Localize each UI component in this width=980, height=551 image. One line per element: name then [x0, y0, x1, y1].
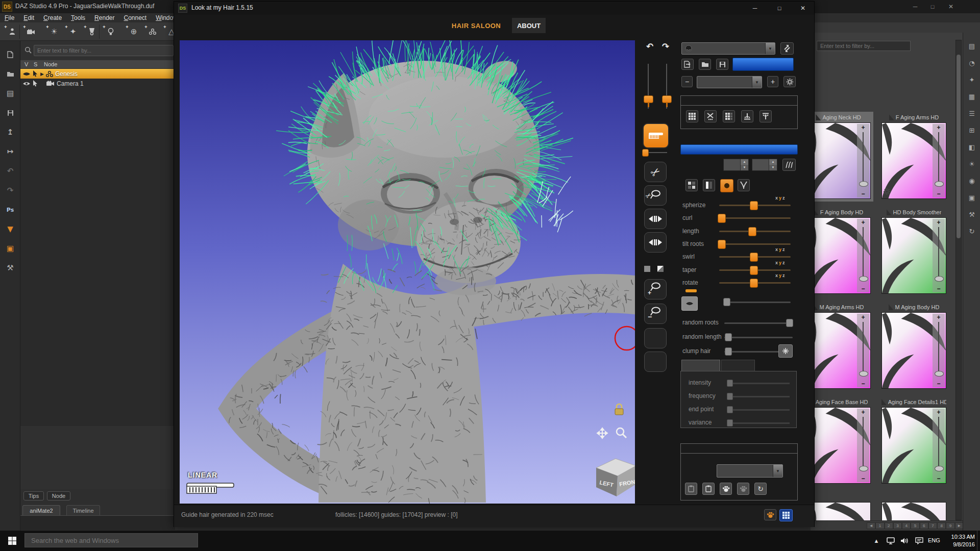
tab-frizz-roots[interactable] [681, 360, 720, 371]
tile-slider[interactable]: + − [933, 314, 945, 387]
random-length-slider-thumb[interactable] [725, 333, 732, 341]
tile-slider-plus[interactable]: + [857, 219, 869, 226]
scissors-tool-button[interactable]: ✂ [644, 162, 667, 182]
density-slider-track[interactable] [724, 302, 791, 303]
tab-frizz-tips[interactable] [721, 360, 755, 371]
axis-x[interactable]: x [775, 195, 779, 201]
hair-color-swatch[interactable] [685, 289, 697, 292]
lamh-minimize-button[interactable]: ─ [747, 3, 763, 13]
page-button[interactable]: 7 [928, 522, 937, 529]
tab-about[interactable]: ABOUT [512, 18, 546, 33]
copy-map-button[interactable] [702, 483, 715, 495]
length-spinner[interactable]: ▲ ▼ [723, 159, 749, 171]
menu-edit[interactable]: Edit [19, 13, 39, 22]
library-tile[interactable]: + − [811, 407, 871, 484]
menu-render[interactable]: Render [90, 13, 119, 22]
tile-slider-plus[interactable]: + [857, 409, 869, 416]
spotlight-icon[interactable]: + [85, 25, 99, 38]
export-hair-button[interactable] [681, 59, 694, 70]
undo-icon[interactable]: ↶ [4, 165, 16, 177]
erase-paw-button[interactable] [737, 483, 749, 495]
scrollbar-thumb[interactable] [957, 55, 961, 238]
density-preview-button[interactable] [681, 296, 698, 311]
scene-tab-tab-icon[interactable]: ✦ [967, 74, 977, 85]
frequency-slider-thumb[interactable] [727, 393, 733, 400]
content-library-tab-icon[interactable]: ▤ [967, 41, 977, 51]
axis-x[interactable]: x [775, 247, 779, 252]
tab-animate2[interactable]: aniMate2 [22, 505, 60, 515]
figure-icon[interactable]: + [5, 25, 19, 38]
follicles-delete-button[interactable] [704, 110, 717, 122]
style-split-button[interactable] [703, 179, 715, 191]
node-button[interactable]: Node [47, 491, 70, 500]
lamh-maximize-button[interactable]: □ [771, 3, 788, 13]
follicles-partial-button[interactable] [723, 110, 735, 122]
comb-tool-button[interactable] [643, 123, 669, 148]
scene-filter-input[interactable] [34, 45, 174, 56]
tile-slider[interactable]: + − [857, 124, 869, 197]
distant-light-icon[interactable]: ☀+ [47, 25, 61, 38]
selectable-cursor-icon[interactable] [33, 80, 38, 87]
gradient-shade-swatch[interactable] [657, 266, 664, 272]
remove-group-button[interactable]: − [681, 76, 693, 87]
library-tile[interactable]: + − [811, 122, 871, 199]
photoshop-bridge-icon[interactable]: Ps [4, 204, 16, 216]
start-button[interactable] [0, 531, 24, 551]
follicles-export-button[interactable] [760, 110, 772, 122]
select-subtract-tool-button[interactable]: − [644, 304, 667, 324]
tool-settings-tab-icon[interactable]: ⚒ [967, 209, 977, 219]
clump-hair-slider-thumb[interactable] [725, 347, 732, 356]
pose-tool-icon[interactable]: ⊕+ [127, 25, 141, 38]
menu-file[interactable]: File [0, 13, 19, 22]
axis-y[interactable]: y [779, 195, 782, 201]
tile-slider[interactable]: + − [933, 409, 945, 482]
content-drawer-icon[interactable]: ▤ [4, 87, 16, 99]
linear-falloff-button[interactable] [644, 209, 667, 229]
axis-z[interactable]: z [782, 273, 786, 278]
redo-icon[interactable]: ↷ [4, 184, 16, 196]
cameras-tab-icon[interactable]: ◉ [967, 176, 977, 186]
primitive-cube-icon[interactable]: ▣ [4, 242, 16, 255]
end-point-slider-thumb[interactable] [727, 406, 733, 413]
library-tile-partial[interactable] [881, 502, 946, 522]
chevron-down-icon[interactable]: ▼ [773, 465, 782, 477]
points-spinner[interactable]: ▲ ▼ [752, 159, 777, 171]
axis-z[interactable]: z [782, 247, 786, 252]
redo-icon[interactable]: ↷ [659, 42, 672, 52]
variance-slider-track[interactable] [727, 422, 790, 424]
tile-slider-minus[interactable]: − [857, 380, 869, 387]
shaping-tab-icon[interactable]: ☰ [967, 108, 977, 118]
library-tile[interactable]: + − [811, 217, 871, 294]
tile-slider-thumb[interactable] [935, 276, 944, 282]
tile-slider-plus[interactable]: + [933, 124, 945, 131]
camera-icon[interactable]: + [24, 25, 38, 38]
page-button[interactable]: 9 [946, 522, 954, 529]
spherize-slider-thumb[interactable] [750, 201, 758, 210]
axis-z[interactable]: z [782, 195, 786, 201]
variance-slider-thumb[interactable] [727, 419, 733, 427]
rotate-slider-thumb[interactable] [750, 279, 758, 288]
axis-toggle[interactable]: xyz [775, 195, 796, 201]
spinner-up-icon[interactable]: ▲ [769, 159, 777, 165]
page-button[interactable]: 2 [885, 522, 893, 529]
add-group-button[interactable]: + [767, 76, 778, 87]
tray-language[interactable]: ENG [928, 537, 940, 543]
tray-chevron-icon[interactable]: ▲ [871, 535, 882, 547]
smart-content-tab-icon[interactable]: ◔ [967, 58, 977, 68]
menu-connect[interactable]: Connect [119, 13, 151, 22]
new-file-icon[interactable] [4, 48, 16, 61]
point-light-icon[interactable]: ✦+ [66, 25, 80, 38]
mirror-rl-button[interactable] [644, 352, 667, 372]
download-icon[interactable]: ▼ [4, 223, 16, 235]
tile-slider-thumb[interactable] [859, 371, 868, 377]
tray-clock[interactable]: 10:33 AM 9/8/2016 [943, 533, 975, 549]
shave-group-dropdown[interactable]: ▼ [697, 76, 762, 88]
tile-slider-plus[interactable]: + [857, 124, 869, 131]
regrow-brush-button[interactable] [782, 159, 796, 171]
comb-falloff-thumb[interactable] [642, 149, 649, 157]
expand-arrow-icon[interactable]: ▶ [40, 71, 44, 77]
tab-timeline[interactable]: Timeline [66, 505, 100, 515]
library-tile[interactable]: + − [881, 122, 946, 199]
random-roots-slider-thumb[interactable] [786, 319, 793, 327]
tile-gear-icon[interactable] [883, 188, 891, 197]
